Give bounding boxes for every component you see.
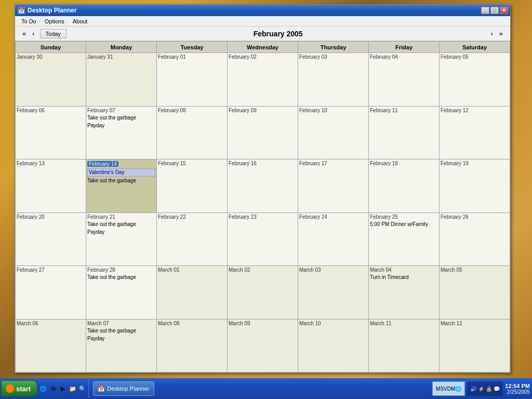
day-header-monday: Monday [86,42,157,53]
calendar-cell[interactable]: March 07Take out the garbagePayday [86,319,157,373]
first-button[interactable]: « [19,29,29,38]
event-item[interactable]: Take out the garbage [87,177,155,184]
day-number: February 06 [17,108,85,113]
last-button[interactable]: » [496,29,506,38]
calendar-cell[interactable]: February 11 [369,106,440,159]
calendar-cell[interactable]: February 26 [440,212,510,266]
day-number: February 10 [299,108,367,113]
calendar-cell[interactable]: February 23 [228,212,298,266]
event-item[interactable]: Turn in Timecard [370,274,438,281]
event-item[interactable]: Take out the garbage [87,274,155,281]
event-item[interactable]: Payday [87,122,155,129]
quick-launch: 🌐 ✉ ▶ 📁 🔍 [37,379,89,398]
calendar-cell[interactable]: February 18 [369,159,440,213]
calendar-cell[interactable]: March 06 [16,319,86,373]
event-item[interactable]: Take out the garbage [87,327,155,335]
calendar-cell[interactable]: February 02 [228,53,298,107]
minimize-button[interactable]: _ [481,7,489,14]
calendar-cell[interactable]: February 15 [157,159,228,213]
menu-options[interactable]: Options [41,17,69,25]
calendar-cell[interactable]: March 08 [157,319,228,373]
calendar-cell[interactable]: March 03 [298,266,369,320]
taskbar-app-button[interactable]: 📅 Desktop Planner [93,381,154,396]
calendar-cell[interactable]: February 19 [440,159,510,213]
day-number: January 31 [87,54,155,60]
day-number: February 07 [87,108,155,113]
calendar-container: SundayMondayTuesdayWednesdayThursdayFrid… [15,41,510,373]
event-item[interactable]: Take out the garbage [87,114,155,122]
calendar-cell[interactable]: February 07Take out the garbagePayday [86,106,157,159]
system-clock[interactable]: 12:54 PM 2/25/2005 [505,383,530,395]
day-number: February 23 [229,214,297,220]
day-number: February 17 [299,161,367,166]
calendar-cell[interactable]: January 30 [16,53,86,107]
close-button[interactable]: ✕ [500,7,508,14]
calendar-cell[interactable]: February 22 [157,212,228,266]
email-icon[interactable]: ✉ [48,384,58,393]
event-item[interactable]: Payday [87,335,155,342]
calendar-cell[interactable]: February 27 [16,266,86,320]
calendar-cell[interactable]: February 09 [228,106,298,159]
search-icon[interactable]: 🔍 [78,384,87,393]
event-item[interactable]: Take out the garbage [87,221,155,228]
calendar-cell[interactable]: March 12 [440,319,510,373]
day-number: March 10 [299,321,367,326]
maximize-button[interactable]: □ [490,7,499,14]
calendar-cell[interactable]: March 05 [440,266,510,320]
menu-about[interactable]: About [69,17,92,25]
lang-icon: 🌐 [455,386,461,392]
event-item[interactable]: Payday [87,229,155,236]
calendar-cell[interactable]: February 05 [440,53,510,107]
calendar-cell[interactable]: March 11 [369,319,440,373]
calendar-cell[interactable]: February 08 [157,106,228,159]
calendar-cell[interactable]: February 28Take out the garbage [86,266,157,320]
calendar-cell[interactable]: February 13 [16,159,86,213]
today-button[interactable]: Today [40,29,66,38]
day-number: March 01 [158,267,226,273]
media-icon[interactable]: ▶ [58,384,68,393]
day-number: March 11 [370,321,438,326]
calendar-cell[interactable]: February 04 [369,53,440,107]
app-window: 📅 Desktop Planner _ □ ✕ To Do Options Ab… [15,4,511,373]
calendar-cell[interactable]: February 14Valentine's DayTake out the g… [86,159,157,213]
menu-todo[interactable]: To Do [17,17,41,25]
start-button[interactable]: start [1,380,37,397]
month-title: February 2005 [69,30,487,38]
day-number: March 03 [299,267,367,273]
day-number: February 24 [299,214,367,220]
calendar-cell[interactable]: March 04Turn in Timecard [369,266,440,320]
day-number: February 27 [17,267,85,273]
calendar-cell[interactable]: February 16 [228,159,298,213]
event-item[interactable]: 5:00 PM Dinner w/Family [370,221,438,228]
app-icon-small: 📅 [98,385,105,392]
calendar-cell[interactable]: March 02 [228,266,298,320]
calendar-cell[interactable]: March 10 [298,319,369,373]
window-controls: _ □ ✕ [481,7,508,14]
event-item[interactable]: Valentine's Day [87,168,155,177]
day-number: February 09 [229,108,297,113]
clock-time: 12:54 PM [505,383,530,389]
calendar-cell[interactable]: February 21Take out the garbagePayday [86,212,157,266]
day-header-thursday: Thursday [298,42,369,53]
calendar-cell[interactable]: March 09 [228,319,298,373]
calendar-cell[interactable]: February 12 [440,106,510,159]
calendar-cell[interactable]: February 255:00 PM Dinner w/Family [369,212,440,266]
calendar-cell[interactable]: February 24 [298,212,369,266]
calendar-cell[interactable]: March 01 [157,266,228,320]
tray-icon-3: 🔒 [486,386,492,392]
day-header-sunday: Sunday [16,42,86,53]
calendar-cell[interactable]: February 01 [157,53,228,107]
next-button[interactable]: › [487,29,496,38]
prev-button[interactable]: ‹ [29,29,37,38]
ie-icon[interactable]: 🌐 [38,384,48,393]
calendar-cell[interactable]: February 06 [16,106,86,159]
day-header-wednesday: Wednesday [228,42,298,53]
calendar-cell[interactable]: February 17 [298,159,369,213]
calendar-cell[interactable]: February 03 [298,53,369,107]
day-number: March 06 [17,321,85,326]
calendar-cell[interactable]: January 31 [86,53,157,107]
taskbar: start 🌐 ✉ ▶ 📁 🔍 📅 Desktop Planner MSVDM … [0,378,532,399]
calendar-cell[interactable]: February 10 [298,106,369,159]
folder-icon[interactable]: 📁 [68,384,77,393]
calendar-cell[interactable]: February 20 [16,212,86,266]
